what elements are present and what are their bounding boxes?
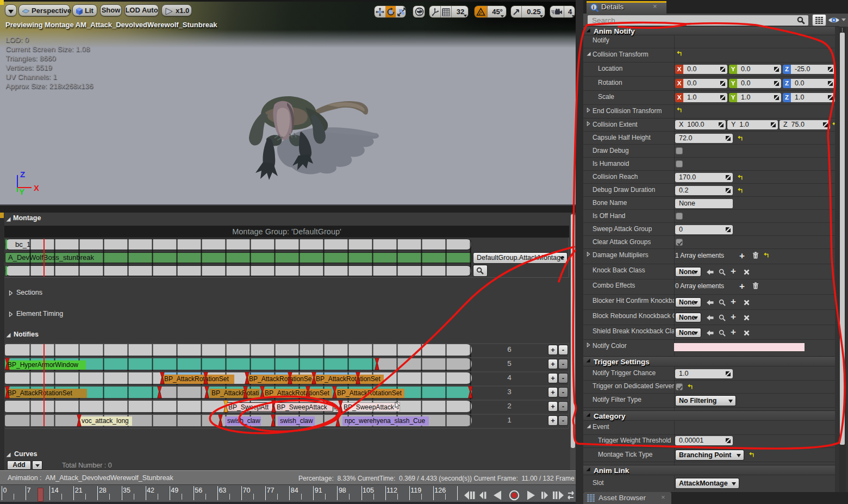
svg-text:X: X	[34, 183, 39, 192]
svg-text:Z: Z	[20, 170, 25, 179]
svg-text:Y: Y	[19, 187, 24, 196]
svg-text:i: i	[593, 5, 595, 10]
